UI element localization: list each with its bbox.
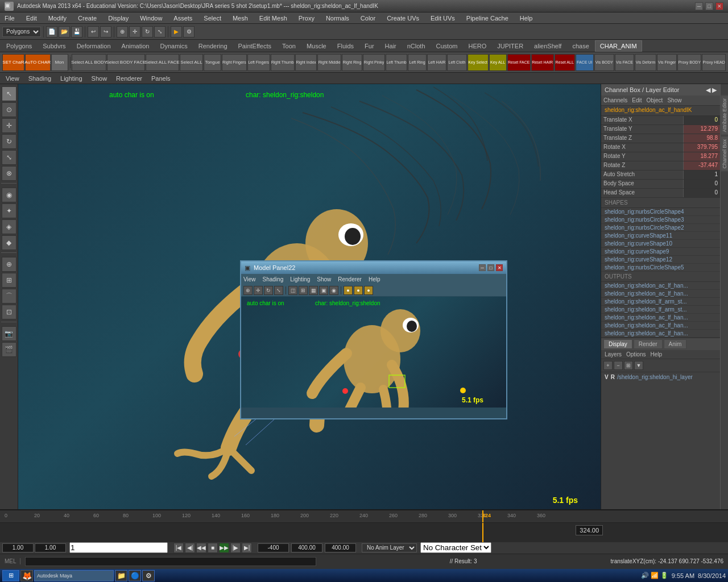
mp-light-2[interactable]: ●: [354, 286, 363, 295]
select-tool-button[interactable]: ↖: [2, 86, 16, 101]
render-settings-button[interactable]: ⚙: [183, 26, 195, 38]
tongue-button[interactable]: Tongue: [204, 54, 221, 71]
channel-rotate-x[interactable]: Rotate X 379.795: [601, 143, 720, 152]
minimize-button[interactable]: ─: [695, 2, 703, 10]
lasso-tool-button[interactable]: ⊙: [2, 102, 16, 117]
panel-lighting[interactable]: Lighting: [60, 75, 82, 82]
left-cloth[interactable]: Left Cloth: [447, 54, 466, 71]
set-char-button[interactable]: SET ChaR: [2, 54, 24, 71]
output-5[interactable]: sheldon_rig:sheldon_ac_lf_han...: [601, 314, 720, 322]
soft-mod-button[interactable]: ◉: [2, 188, 16, 202]
undo-button[interactable]: ↩: [88, 26, 99, 38]
tab-custom[interactable]: Custom: [431, 40, 463, 52]
channel-box-tab-label[interactable]: Channel Box: [721, 136, 729, 172]
vis-face[interactable]: Vis FACE: [615, 54, 634, 71]
output-3[interactable]: sheldon_rig:sheldon_lf_arm_st...: [601, 298, 720, 306]
taskbar-misc1[interactable]: 🔵: [129, 570, 141, 581]
mp-display-1[interactable]: ▦: [309, 286, 318, 295]
shape-5[interactable]: sheldon_rig:curveShape10: [601, 240, 720, 248]
maximize-button[interactable]: □: [705, 2, 713, 10]
mp-display-2[interactable]: ▣: [319, 286, 328, 295]
menu-edit-mesh[interactable]: Edit Mesh: [257, 14, 289, 22]
right-fingers[interactable]: Right Fingers: [222, 54, 247, 71]
save-file-button[interactable]: 💾: [71, 26, 82, 38]
sculpt-button[interactable]: ✦: [2, 203, 16, 218]
menu-edit-uvs[interactable]: Edit UVs: [428, 14, 457, 22]
layer-tab-anim[interactable]: Anim: [664, 339, 687, 349]
menu-help[interactable]: Help: [518, 14, 535, 22]
face-ui[interactable]: FACE UI: [576, 54, 594, 71]
key-all[interactable]: Key ALL: [489, 54, 507, 71]
ch-rotate-x-value[interactable]: 379.795: [683, 143, 720, 152]
render-view-button[interactable]: 🎬: [2, 342, 16, 357]
mp-menu-view[interactable]: View: [243, 276, 256, 282]
close-button[interactable]: ✕: [715, 2, 723, 10]
mp-light-1[interactable]: ●: [344, 286, 353, 295]
tab-dynamics[interactable]: Dynamics: [155, 40, 192, 52]
window-controls[interactable]: ─ □ ✕: [695, 2, 723, 10]
layer-expand-button[interactable]: ▼: [634, 361, 643, 370]
tab-painteffects[interactable]: PaintEffects: [233, 40, 277, 52]
mp-menu-renderer[interactable]: Renderer: [338, 276, 362, 282]
select-all-face[interactable]: Select ALL FACE: [146, 54, 179, 71]
go-end-button[interactable]: ▶|: [242, 543, 252, 553]
mp-cam-1[interactable]: ◫: [288, 286, 297, 295]
attr-editor-tab-label[interactable]: Attribute Editor: [721, 95, 729, 135]
anim-layer-selector[interactable]: No Anim Layer: [362, 543, 417, 552]
output-7[interactable]: sheldon_rig:sheldon_ac_lf_han...: [601, 330, 720, 338]
channel-translate-z[interactable]: Translate Z 98.8: [601, 134, 720, 143]
paint-blend-button[interactable]: ◆: [2, 235, 16, 250]
key-select[interactable]: Key Select: [468, 54, 489, 71]
taskbar-explorer[interactable]: 📁: [115, 570, 127, 581]
model-panel-minimize[interactable]: ─: [479, 264, 486, 271]
mp-menu-shading[interactable]: Shading: [263, 276, 284, 282]
char-set-selector[interactable]: No Character Set: [420, 542, 491, 553]
shape-3[interactable]: sheldon_rig:nurbsCircleShape2: [601, 224, 720, 232]
rotate-tool-button[interactable]: ↻: [2, 134, 16, 149]
menu-mesh[interactable]: Mesh: [230, 14, 250, 22]
scale-button[interactable]: ⤡: [154, 26, 166, 38]
mode-selector[interactable]: Polygons: [2, 27, 41, 37]
select-all[interactable]: Select ALL: [180, 54, 203, 71]
panel-panels[interactable]: Panels: [151, 75, 171, 82]
taskbar-misc2[interactable]: ⚙: [142, 570, 155, 581]
output-2[interactable]: sheldon_rig:sheldon_ac_lf_han...: [601, 290, 720, 298]
timeline-bar[interactable]: 324.00: [0, 523, 728, 542]
auto-char-button[interactable]: AuTO CHAR: [25, 54, 51, 71]
model-panel-close[interactable]: ✕: [496, 264, 503, 271]
cb-tab-object[interactable]: Object: [647, 97, 663, 103]
ch-body-space-value[interactable]: 0: [683, 180, 720, 188]
stop-button[interactable]: ■: [208, 543, 218, 553]
tab-fur[interactable]: Fur: [359, 40, 379, 52]
tab-ncloth[interactable]: nCloth: [402, 40, 431, 52]
mp-tool-3[interactable]: ↻: [264, 286, 273, 295]
new-file-button[interactable]: 📄: [46, 26, 57, 38]
mp-tool-1[interactable]: ⊕: [243, 286, 253, 295]
menu-edit[interactable]: Edit: [24, 14, 39, 22]
channel-rotate-z[interactable]: Rotate Z -37.447: [601, 161, 720, 171]
snap-grid-button[interactable]: ⊞: [2, 273, 16, 288]
menu-color[interactable]: Color: [358, 14, 378, 22]
tab-polygons[interactable]: Polygons: [1, 40, 37, 52]
vis-finger[interactable]: Vis Finger: [657, 54, 677, 71]
cb-icon-2[interactable]: ▶: [712, 86, 717, 94]
move-tool-button[interactable]: ✛: [2, 118, 16, 133]
play-forward-button[interactable]: ▶▶: [219, 543, 229, 553]
menu-window[interactable]: Window: [138, 14, 164, 22]
tab-hair[interactable]: Hair: [380, 40, 402, 52]
step-forward-button[interactable]: |▶: [230, 543, 241, 553]
tab-alienshelf[interactable]: alienShelf: [529, 40, 566, 52]
channel-rotate-y[interactable]: Rotate Y 18.277: [601, 152, 720, 161]
right-index[interactable]: Right Index: [295, 54, 317, 71]
cb-tab-show[interactable]: Show: [667, 97, 681, 103]
step-back-button[interactable]: ◀|: [185, 543, 195, 553]
mp-menu-lighting[interactable]: Lighting: [290, 276, 310, 282]
menu-display[interactable]: Display: [106, 14, 131, 22]
menu-create[interactable]: Create: [76, 14, 99, 22]
tab-hero[interactable]: HERO: [463, 40, 491, 52]
playhead[interactable]: [482, 523, 483, 542]
layer-copy-button[interactable]: ⊞: [624, 361, 633, 370]
tab-chase[interactable]: chase: [567, 40, 594, 52]
layer-tab-render[interactable]: Render: [634, 339, 663, 349]
shape-6[interactable]: sheldon_rig:curveShape9: [601, 248, 720, 256]
